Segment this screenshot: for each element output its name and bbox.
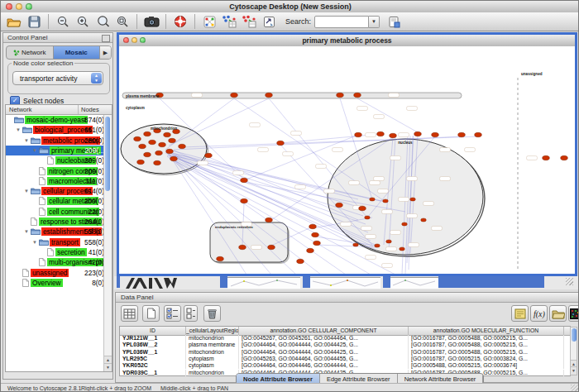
new-attribute-button[interactable] <box>142 305 160 322</box>
network-node[interactable] <box>266 218 273 222</box>
table-scrollbar[interactable]: ▲ ▼ <box>570 327 577 375</box>
network-node[interactable] <box>414 131 422 136</box>
network-node[interactable] <box>170 156 178 160</box>
table-scroll-thumb[interactable] <box>572 328 577 342</box>
network-canvas[interactable]: plasma membranecytoplasmmitochondrionnuc… <box>119 46 575 274</box>
network-node[interactable] <box>266 93 273 97</box>
network-node[interactable] <box>386 240 392 243</box>
network-node[interactable] <box>312 232 319 237</box>
network-node[interactable] <box>241 178 248 182</box>
tree-row-macromolecule[interactable]: macromolecule311(0) <box>6 176 106 186</box>
function-builder-button[interactable]: f(x) <box>530 305 548 322</box>
network-node[interactable] <box>144 131 151 136</box>
table-row-YPL036W__1[interactable]: YPL036W__1mitochondrion[GO:0044464, GO:0… <box>120 349 570 356</box>
tab-overflow-button[interactable]: ▶ <box>100 46 111 59</box>
hidden-window-preview[interactable] <box>390 277 438 289</box>
select-attributes-button[interactable] <box>164 305 181 322</box>
network-node[interactable] <box>268 245 275 249</box>
network-node[interactable] <box>458 132 466 136</box>
help-button[interactable] <box>171 13 189 30</box>
network-node[interactable] <box>402 222 408 226</box>
network-node[interactable] <box>313 241 321 245</box>
tree-row-overview[interactable]: Overview8(0) <box>6 278 106 288</box>
network-node[interactable] <box>137 160 145 164</box>
network-node[interactable] <box>154 160 161 165</box>
network-node[interactable] <box>277 141 285 145</box>
column-header-2[interactable]: annotation.GO CELLULAR_COMPONENT <box>239 327 409 335</box>
network-overview-button[interactable] <box>200 13 218 30</box>
scroll-down-arrow[interactable]: ▼ <box>104 363 112 371</box>
zoom-selected-button[interactable] <box>93 13 112 30</box>
tree-row-metabolic-process[interactable]: ▼metabolic process280(0) <box>6 136 106 146</box>
window-edge[interactable] <box>438 276 544 288</box>
network-node[interactable] <box>353 243 359 246</box>
network-node[interactable] <box>307 248 314 252</box>
tree-expander-icon[interactable]: ▼ <box>24 189 29 194</box>
network-node[interactable] <box>309 224 317 228</box>
import-folder-button[interactable] <box>549 305 567 322</box>
tree-expander-icon[interactable]: ▼ <box>16 127 21 132</box>
tree-row-cell-communicat[interactable]: cell communicat22(0) <box>6 207 106 217</box>
network-node[interactable] <box>359 206 366 210</box>
network-node[interactable] <box>337 93 344 97</box>
tree-expander-icon[interactable]: ▼ <box>32 148 37 153</box>
tree-row-cellular-process[interactable]: ▼cellular process614(0) <box>6 186 106 196</box>
tree-row-cellular-metabol[interactable]: cellular metabol209(0) <box>6 196 106 206</box>
tree-row-multi-organism-pro[interactable]: multi-organism pro42(0) <box>6 257 106 267</box>
network-node[interactable] <box>355 132 362 136</box>
node-color-dropdown[interactable]: transporter activity ▲▼ <box>12 71 103 85</box>
tab-mosaic[interactable]: Mosaic <box>54 46 101 59</box>
network-node[interactable] <box>475 132 482 136</box>
tree-expander-icon[interactable]: ▼ <box>24 229 29 234</box>
window-edge[interactable] <box>303 276 310 288</box>
tree-row-transport[interactable]: ▼transport558(0) <box>6 237 106 247</box>
network-node[interactable] <box>217 256 224 261</box>
network-node[interactable] <box>144 152 151 156</box>
network-node[interactable] <box>166 149 174 153</box>
tree-expander-icon[interactable]: ▼ <box>24 138 29 143</box>
window-edge[interactable] <box>383 276 390 288</box>
network-node[interactable] <box>383 199 389 203</box>
network-node[interactable] <box>297 259 304 263</box>
network-node[interactable] <box>179 144 186 148</box>
network-node[interactable] <box>241 198 248 203</box>
network-node[interactable] <box>365 216 371 219</box>
attribute-matrix-button[interactable] <box>568 305 579 322</box>
resize-grip[interactable] <box>566 278 573 285</box>
annotation-pad-button[interactable] <box>511 305 529 322</box>
annotation-transfer-button[interactable] <box>260 13 278 30</box>
network-node[interactable] <box>159 142 166 146</box>
tab-network[interactable]: Network <box>7 46 54 59</box>
zoom-in-button[interactable] <box>74 13 92 30</box>
tree-scrollbar[interactable]: ▲ ▼ <box>103 115 112 371</box>
table-row-YJR121W__1[interactable]: YJR121W__1mitochondrion[GO:0045267, GO:0… <box>120 335 570 342</box>
tree-scroll-thumb[interactable] <box>105 117 110 191</box>
zoom-out-button[interactable] <box>54 13 72 30</box>
search-dropdown-button[interactable]: ▼ <box>369 16 380 28</box>
network-node[interactable] <box>149 140 156 144</box>
network-node[interactable] <box>231 93 238 97</box>
tree-row-unassigned[interactable]: unassigned223(0) <box>6 268 106 278</box>
network-window-titlebar[interactable]: primary metabolic process <box>119 35 575 47</box>
network-node[interactable] <box>156 151 163 155</box>
tree-column-nodes[interactable]: Nodes <box>79 105 112 114</box>
tree-row-nitrogen-compo[interactable]: nitrogen compo209(0) <box>6 166 106 176</box>
window-edge[interactable] <box>220 276 227 288</box>
search-input[interactable] <box>314 16 369 28</box>
network-node[interactable] <box>354 93 361 97</box>
resize-grip[interactable] <box>571 385 579 392</box>
attribute-table-button[interactable] <box>121 305 138 322</box>
network-node[interactable] <box>410 198 416 201</box>
copy-node-attributes-button[interactable] <box>220 13 238 30</box>
network-node[interactable] <box>400 247 405 251</box>
tree-row-establishment-of-lo[interactable]: ▼establishment of lo558(0) <box>6 227 106 237</box>
network-node[interactable] <box>239 245 246 249</box>
table-row-YKR052C[interactable]: YKR052Ccytoplasm[GO:0044464, GO:0044446,… <box>120 362 570 369</box>
tree-row-biological-process[interactable]: ▼biological_process651(0) <box>6 125 106 135</box>
column-header-0[interactable]: ID <box>120 327 186 335</box>
tree-expander-icon[interactable]: ▼ <box>32 240 37 245</box>
network-node[interactable] <box>561 155 568 160</box>
tree-row-nucleobase-[interactable]: nucleobase-209(0) <box>6 155 106 165</box>
network-node[interactable] <box>169 138 176 142</box>
column-header-1[interactable]: _cellularLayoutRegion <box>186 327 239 335</box>
